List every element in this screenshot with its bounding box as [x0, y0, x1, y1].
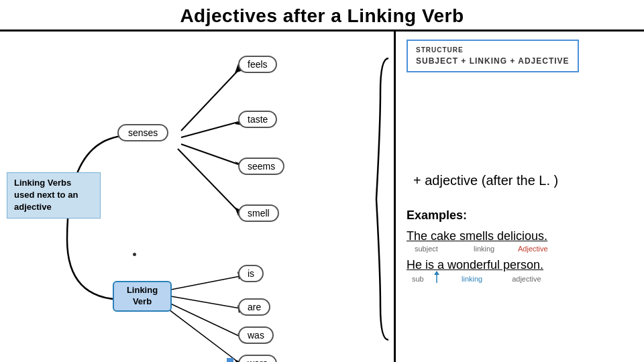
- structure-formula: SUBJECT + LINKING + ADJECTIVE: [416, 56, 570, 66]
- arrow-up-icon: [432, 271, 441, 284]
- diagram-area: senses feels taste seems smell LinkingVe…: [0, 29, 396, 362]
- label2-linking: linking: [462, 275, 482, 283]
- adjective-note-text: + adjective (after the L. ): [413, 173, 558, 188]
- page-title: Adjectives after a Linking Verb: [0, 0, 644, 29]
- adjective-note: + adjective (after the L. ): [413, 173, 633, 188]
- word-feels: feels: [238, 56, 277, 73]
- word-is: is: [238, 265, 264, 282]
- svg-line-15: [166, 308, 238, 362]
- dot: [133, 253, 136, 256]
- right-panel: STRUCTURE SUBJECT + LINKING + ADJECTIVE …: [396, 29, 644, 362]
- svg-line-4: [181, 144, 238, 164]
- word-taste: taste: [238, 111, 277, 128]
- word-was: was: [238, 326, 274, 344]
- svg-line-6: [178, 149, 238, 211]
- label2-sub: sub: [412, 275, 431, 283]
- senses-box: senses: [117, 124, 168, 141]
- curly-brace: [375, 52, 394, 347]
- svg-line-11: [171, 296, 240, 308]
- example2-sentence: He is a wonderful person.: [407, 258, 633, 272]
- example1-labels: subject linking Adjective: [409, 245, 633, 253]
- structure-label: STRUCTURE: [416, 46, 570, 54]
- svg-line-0: [181, 70, 238, 131]
- word-seems: seems: [238, 158, 284, 175]
- label-linking: linking: [474, 245, 507, 253]
- example2-text: He is a wonderful person.: [407, 258, 543, 272]
- example2-labels: sub linking adjective: [409, 274, 633, 284]
- label2-adjective: adjective: [512, 275, 541, 283]
- word-were: were: [238, 355, 277, 362]
- label-subject: subject: [415, 245, 455, 253]
- examples-title: Examples:: [407, 208, 633, 223]
- svg-line-13: [169, 303, 240, 337]
- structure-box: STRUCTURE SUBJECT + LINKING + ADJECTIVE: [407, 40, 579, 72]
- word-are: are: [238, 298, 270, 316]
- main-layout: senses feels taste seems smell LinkingVe…: [0, 29, 644, 362]
- svg-line-2: [181, 122, 238, 137]
- lv-box: LinkingVerb: [113, 281, 172, 312]
- word-smell: smell: [238, 204, 279, 222]
- example2: He is a wonderful person. sub linking ad…: [407, 258, 633, 284]
- example1: The cake smells delicious. subject linki…: [407, 229, 633, 253]
- senses-label: senses: [128, 127, 158, 138]
- svg-line-9: [171, 276, 240, 290]
- lv-used-label: Linking Verbs used next to an adjective: [7, 172, 101, 219]
- example1-text: The cake smells delicious.: [407, 229, 547, 243]
- examples-section: Examples: The cake smells delicious. sub…: [407, 208, 633, 284]
- label-adjective: Adjective: [518, 245, 548, 253]
- small-square: [227, 358, 233, 362]
- example1-sentence: The cake smells delicious.: [407, 229, 633, 243]
- lv-used-label-text: Linking Verbs used next to an adjective: [14, 178, 78, 212]
- svg-marker-18: [434, 271, 439, 275]
